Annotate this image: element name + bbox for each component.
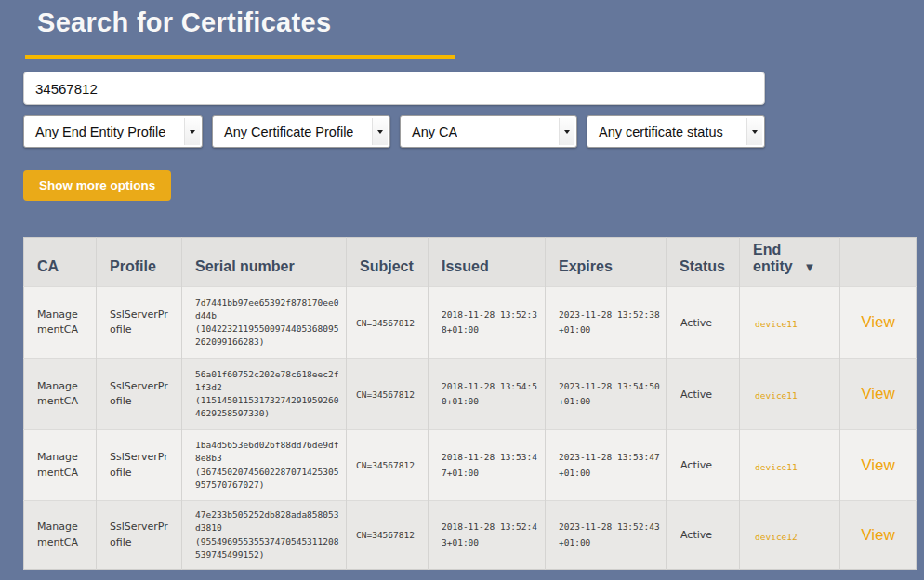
- cell-issued: 2018-11-28 13:54:50+01:00: [429, 359, 546, 430]
- cell-profile: SslServerProfile: [97, 359, 182, 430]
- cell-subject: CN=34567812: [347, 287, 429, 359]
- col-header-subject[interactable]: Subject: [347, 238, 429, 287]
- search-input[interactable]: [23, 72, 765, 105]
- table-row: ManagementCA SslServerProfile 7d7441bb97…: [24, 287, 917, 359]
- end-entity-link[interactable]: device11: [755, 462, 798, 472]
- cell-ca: ManagementCA: [24, 501, 97, 570]
- view-link[interactable]: View: [861, 526, 895, 544]
- cell-issued: 2018-11-28 13:53:47+01:00: [429, 430, 546, 501]
- cell-serial-number: 1ba4d5653e6d026f88dd76de9df8e8b3 (367450…: [182, 430, 347, 501]
- serial-decimal: (95549695535537470545311208539745499152): [195, 535, 344, 562]
- end-entity-profile-select[interactable]: Any End Entity Profile: [23, 115, 203, 148]
- col-header-profile[interactable]: Profile: [97, 238, 182, 287]
- cell-end-entity: device11: [740, 430, 840, 501]
- col-header-expires[interactable]: Expires: [546, 238, 667, 287]
- table-header-row: CA Profile Serial number Subject Issued …: [24, 238, 917, 287]
- chevron-down-icon: [746, 118, 762, 145]
- show-more-options-button[interactable]: Show more options: [23, 170, 171, 201]
- serial-hex: 1ba4d5653e6d026f88dd76de9df8e8b3: [195, 439, 344, 466]
- end-entity-link[interactable]: device11: [755, 319, 798, 329]
- cell-expires: 2023-11-28 13:54:50+01:00: [546, 359, 667, 430]
- end-entity-link[interactable]: device12: [755, 532, 798, 542]
- table-row: ManagementCA SslServerProfile 1ba4d5653e…: [24, 430, 917, 501]
- table-row: ManagementCA SslServerProfile 56a01f6075…: [24, 359, 917, 430]
- col-header-serial-number[interactable]: Serial number: [182, 238, 347, 287]
- cell-issued: 2018-11-28 13:52:38+01:00: [429, 287, 546, 359]
- cell-serial-number: 56a01f60752c202e78c618eec2f1f3d2 (115145…: [182, 359, 347, 430]
- cell-profile: SslServerProfile: [97, 430, 182, 501]
- select-value: Any End Entity Profile: [24, 125, 165, 139]
- ca-select[interactable]: Any CA: [400, 115, 577, 148]
- chevron-down-icon: [372, 118, 388, 145]
- view-link[interactable]: View: [861, 456, 895, 474]
- cell-view: View: [840, 359, 917, 430]
- cell-subject: CN=34567812: [347, 359, 429, 430]
- cell-profile: SslServerProfile: [97, 501, 182, 570]
- cell-serial-number: 7d7441bb97ee65392f878170ee0d44b (1042232…: [182, 287, 347, 359]
- view-link[interactable]: View: [861, 313, 895, 331]
- end-entity-link[interactable]: device11: [755, 390, 798, 401]
- certificate-profile-select[interactable]: Any Certificate Profile: [212, 115, 390, 148]
- serial-decimal: (10422321195500974405368095262099166283): [195, 323, 344, 349]
- col-header-status[interactable]: Status: [667, 238, 740, 287]
- cell-view: View: [840, 430, 917, 501]
- search-certificates-page: Search for Certificates Any End Entity P…: [0, 0, 924, 580]
- cell-subject: CN=34567812: [347, 501, 429, 570]
- cell-ca: ManagementCA: [24, 359, 97, 430]
- cell-ca: ManagementCA: [24, 430, 97, 501]
- cell-end-entity: device12: [740, 501, 840, 570]
- col-header-issued[interactable]: Issued: [429, 238, 546, 287]
- table-row: ManagementCA SslServerProfile 47e233b505…: [24, 501, 917, 570]
- cell-status: Active: [667, 287, 740, 359]
- cell-status: Active: [667, 501, 740, 570]
- certificates-table: CA Profile Serial number Subject Issued …: [23, 237, 917, 570]
- cell-status: Active: [667, 430, 740, 501]
- cell-end-entity: device11: [740, 359, 840, 430]
- page-title: Search for Certificates: [37, 7, 331, 38]
- cell-end-entity: device11: [740, 287, 840, 359]
- col-header-end-entity[interactable]: End entity ▼: [740, 238, 840, 287]
- cell-issued: 2018-11-28 13:52:43+01:00: [429, 501, 546, 570]
- chevron-down-icon: [559, 118, 574, 145]
- serial-decimal: (115145011531732742919592604629258597330…: [195, 394, 344, 421]
- cell-expires: 2023-11-28 13:52:38+01:00: [546, 287, 667, 359]
- cell-view: View: [840, 501, 917, 570]
- serial-hex: 56a01f60752c202e78c618eec2f1f3d2: [195, 368, 344, 395]
- serial-decimal: (36745020745602287071425305957570767027): [195, 466, 344, 493]
- cell-expires: 2023-11-28 13:53:47+01:00: [546, 430, 667, 501]
- select-value: Any Certificate Profile: [213, 125, 353, 139]
- certificate-status-select[interactable]: Any certificate status: [587, 115, 765, 148]
- sort-desc-icon: ▼: [803, 260, 815, 274]
- chevron-down-icon: [184, 118, 200, 145]
- col-header-actions: [840, 238, 917, 287]
- cell-view: View: [840, 287, 917, 359]
- col-header-ca[interactable]: CA: [24, 238, 97, 287]
- serial-hex: 7d7441bb97ee65392f878170ee0d44b: [195, 297, 344, 323]
- cell-profile: SslServerProfile: [97, 287, 182, 359]
- col-header-end-entity-label: End entity: [753, 242, 799, 275]
- title-underline: [25, 55, 455, 59]
- select-value: Any certificate status: [587, 125, 723, 139]
- cell-status: Active: [667, 359, 740, 430]
- serial-hex: 47e233b505252db828ada858053d3810: [195, 508, 344, 535]
- view-link[interactable]: View: [861, 385, 895, 402]
- cell-subject: CN=34567812: [347, 430, 429, 501]
- cell-expires: 2023-11-28 13:52:43+01:00: [546, 501, 667, 570]
- cell-serial-number: 47e233b505252db828ada858053d3810 (955496…: [182, 501, 347, 570]
- cell-ca: ManagementCA: [24, 287, 97, 359]
- filter-bar: Any End Entity Profile Any Certificate P…: [23, 115, 765, 148]
- select-value: Any CA: [401, 125, 457, 139]
